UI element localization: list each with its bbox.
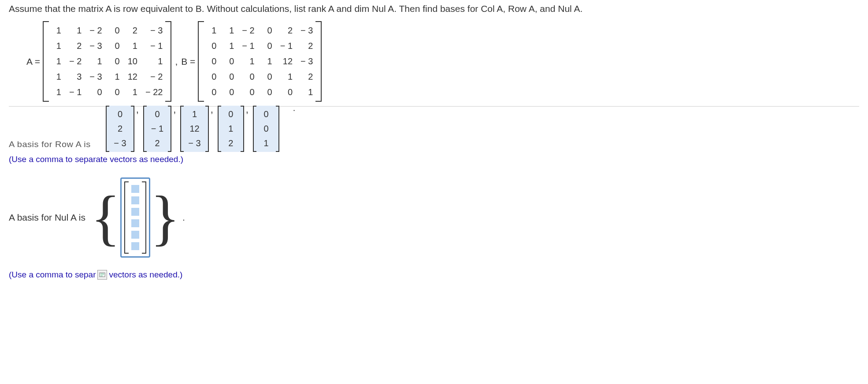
- matrix-cell: − 1: [280, 41, 293, 51]
- matrix-cell: − 1: [69, 87, 82, 97]
- help-text-2-pre: (Use a comma to separ: [9, 270, 96, 280]
- matrix-cell: 1: [69, 26, 82, 36]
- matrix-cell: − 1: [242, 41, 254, 51]
- vector-cell: − 3: [188, 138, 200, 148]
- bracket-left-icon: [143, 106, 147, 152]
- matrix-cell: 1: [89, 56, 102, 66]
- matrix-cell: − 2: [89, 26, 102, 36]
- brace-left-icon: {: [91, 196, 120, 239]
- matrix-cell: 1: [300, 87, 313, 97]
- bracket-left-icon: [124, 181, 129, 254]
- nul-input-cell[interactable]: [131, 219, 139, 227]
- matrix-cell: − 22: [145, 87, 163, 97]
- vector-cell: 0: [151, 109, 163, 119]
- matrix-cell: 0: [263, 26, 272, 36]
- matrix-cell: 0: [89, 87, 102, 97]
- matrix-cell: 0: [242, 72, 254, 82]
- matrix-cell: 0: [207, 41, 216, 51]
- matrix-cell: 3: [69, 72, 82, 82]
- bracket-left-icon: [253, 106, 256, 152]
- matrix-cell: − 3: [300, 26, 313, 36]
- nul-a-basis-section: A basis for Nul A is { } .: [9, 177, 859, 258]
- matrix-cell: 1: [128, 41, 137, 51]
- bracket-right-icon: [276, 106, 279, 152]
- matrix-cell: 1: [263, 56, 272, 66]
- bracket-left-icon: [218, 106, 221, 152]
- matrix-cell: 2: [128, 26, 137, 36]
- matrix-cell: 0: [110, 87, 120, 97]
- matrix-cell: 1: [52, 41, 61, 51]
- matrix-cell: 0: [242, 87, 254, 97]
- matrix-cell: − 2: [145, 72, 163, 82]
- matrix-cell: 0: [224, 56, 234, 66]
- period: .: [293, 103, 296, 113]
- matrix-cell: 0: [110, 56, 120, 66]
- matrix-cell: 1: [224, 26, 234, 36]
- nul-a-label: A basis for Nul A is: [9, 212, 85, 223]
- bracket-right-icon: [168, 106, 171, 152]
- matrix-cell: 1: [52, 72, 61, 82]
- matrix-cell: 12: [280, 56, 293, 66]
- vector-comma: ,: [136, 104, 139, 115]
- vector-cell: 12: [188, 124, 200, 134]
- matrix-cell: − 3: [300, 56, 313, 66]
- edit-icon[interactable]: [97, 270, 107, 280]
- bracket-left-icon: [43, 21, 49, 102]
- matrix-cell: − 3: [89, 41, 102, 51]
- period: .: [182, 213, 185, 223]
- row-a-vector[interactable]: 112− 3: [180, 106, 208, 152]
- matrix-cell: 0: [263, 41, 272, 51]
- bracket-right-icon: [315, 21, 322, 102]
- matrix-cell: 1: [224, 41, 234, 51]
- matrix-A: 11− 202− 312− 301− 11− 21010113− 3112− 2…: [43, 21, 171, 102]
- matrix-cell: 0: [207, 87, 216, 97]
- vector-cell: 1: [188, 109, 200, 119]
- matrix-cell: 0: [110, 41, 120, 51]
- matrix-cell: − 1: [145, 41, 163, 51]
- matrix-separator: ,: [175, 56, 178, 67]
- brace-right-icon: }: [150, 196, 180, 239]
- matrix-cell: 0: [207, 72, 216, 82]
- bracket-left-icon: [106, 106, 109, 152]
- nul-input-cell[interactable]: [131, 196, 139, 204]
- vector-cell: − 3: [114, 138, 126, 148]
- row-a-vector[interactable]: 0− 12: [143, 106, 171, 152]
- matrix-cell: 1: [128, 87, 137, 97]
- matrix-cell: 1: [52, 26, 61, 36]
- row-a-vector[interactable]: 001: [253, 106, 279, 152]
- matrix-cell: 1: [280, 72, 293, 82]
- matrix-cell: 1: [242, 56, 254, 66]
- row-a-label-cutoff: A basis for Row A is: [9, 140, 91, 162]
- help-text-2-post: vectors as needed.): [109, 270, 182, 280]
- matrix-cell: 1: [52, 56, 61, 66]
- vector-cell: 2: [151, 138, 163, 148]
- matrix-cell: 1: [110, 72, 120, 82]
- nul-input-cell[interactable]: [131, 231, 139, 239]
- help-text-2: (Use a comma to separ vectors as needed.…: [9, 270, 859, 280]
- vector-cell: 0: [261, 109, 271, 119]
- bracket-right-icon: [205, 106, 209, 152]
- vector-cell: 0: [226, 109, 236, 119]
- row-a-vector[interactable]: 012: [218, 106, 244, 152]
- nul-input-cell[interactable]: [131, 242, 139, 250]
- matrix-cell: − 2: [242, 26, 254, 36]
- matrices-row: A = 11− 202− 312− 301− 11− 21010113− 311…: [26, 21, 859, 102]
- vector-comma: ,: [173, 104, 176, 115]
- vector-cell: 2: [114, 124, 126, 134]
- nul-vector-input[interactable]: [120, 177, 150, 258]
- help-text-1: (Use a comma to separate vectors as need…: [9, 155, 859, 164]
- matrix-cell: 0: [207, 56, 216, 66]
- vector-cell: − 1: [151, 124, 163, 134]
- bracket-right-icon: [165, 21, 171, 102]
- nul-input-cell[interactable]: [131, 208, 139, 216]
- bracket-right-icon: [131, 106, 134, 152]
- bracket-left-icon: [198, 21, 204, 102]
- vector-cell: 1: [226, 124, 236, 134]
- nul-input-cell[interactable]: [131, 185, 139, 193]
- vector-cell: 2: [226, 138, 236, 148]
- vector-cell: 0: [114, 109, 126, 119]
- matrix-cell: − 2: [69, 56, 82, 66]
- matrix-cell: 1: [52, 87, 61, 97]
- vector-comma: ,: [211, 104, 213, 115]
- row-a-vector[interactable]: 02− 3: [106, 106, 134, 152]
